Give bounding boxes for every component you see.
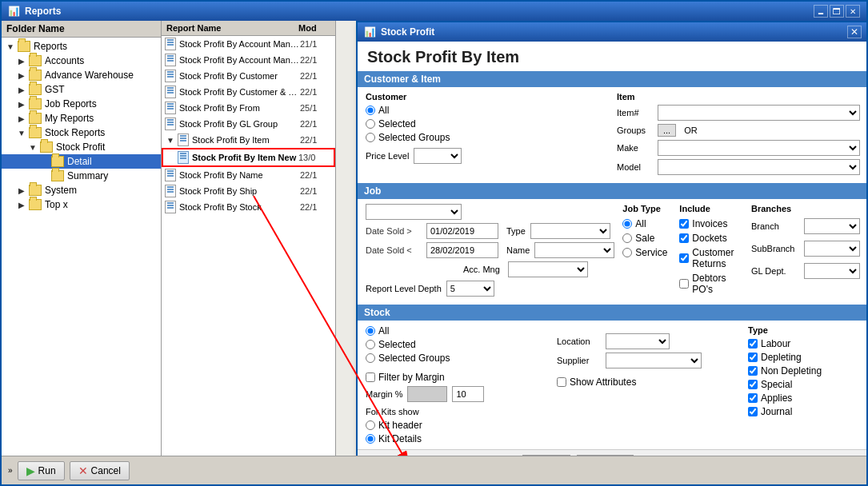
dialog-close-button[interactable]: ✕ (847, 26, 862, 38)
price-level-select[interactable] (414, 148, 462, 164)
margin-pct-input-disabled[interactable] (407, 386, 447, 402)
item-num-select[interactable] (658, 105, 860, 121)
expand-job-reports[interactable]: ▶ (16, 98, 27, 110)
folder-icon-job-reports (29, 98, 42, 110)
make-select[interactable] (658, 140, 860, 156)
job-left-col: Date Sold > Type Date Sold < Name (366, 204, 614, 300)
list-item[interactable]: Stock Profit By GL Group 22/1 (162, 116, 335, 132)
customer-radio-selected-groups[interactable]: Selected Groups (366, 132, 609, 143)
expand-stock-reports[interactable]: ▼ (16, 127, 27, 138)
tree-label-stock-reports: Stock Reports (45, 127, 105, 138)
include-dockets[interactable]: Dockets (679, 233, 739, 244)
cancel-button[interactable]: ✕ Cancel (70, 461, 130, 480)
tree-item-gst[interactable]: ▶ GST (2, 82, 161, 97)
branch-select[interactable] (804, 218, 860, 234)
run-button[interactable]: ▶ Run (18, 461, 65, 480)
list-item[interactable]: Stock Profit By Account Manager 21/1 (162, 36, 335, 52)
list-item-highlighted[interactable]: Stock Profit By Item New 13/0 (162, 148, 335, 167)
type-journal[interactable]: Journal (748, 406, 860, 417)
date-sold-gt-input[interactable] (426, 223, 498, 239)
minimize-button[interactable]: 🗕 (814, 5, 828, 18)
tree-item-stock-reports[interactable]: ▼ Stock Reports (2, 125, 161, 140)
filter-by-margin-checkbox[interactable]: Filter by Margin (366, 372, 549, 383)
folder-icon-advance-warehouse (29, 70, 42, 81)
gl-dept-select[interactable] (804, 263, 860, 279)
list-item[interactable]: Stock Profit By From 25/1 (162, 100, 335, 116)
include-invoices[interactable]: Invoices (679, 218, 739, 229)
tree-label-system: System (45, 185, 77, 196)
report-name: Stock Profit By Account Manager an... (179, 55, 300, 65)
tree-item-top-x[interactable]: ▶ Top x (2, 197, 161, 212)
kit-header-radio[interactable]: Kit header (366, 420, 549, 431)
type-non-depleting[interactable]: Non Depleting (748, 365, 860, 376)
job-type-service[interactable]: Service (622, 247, 667, 258)
type-select[interactable] (530, 223, 610, 239)
supplier-select[interactable] (606, 353, 702, 368)
report-level-select[interactable]: 5 (446, 281, 494, 297)
list-item[interactable]: Stock Profit By Ship 22/1 (162, 183, 335, 199)
branch-row: Branch (751, 218, 860, 234)
list-item[interactable]: ▼ Stock Profit By Item 22/1 (162, 132, 335, 148)
expand-reports[interactable]: ▼ (5, 41, 16, 52)
tree-item-reports[interactable]: ▼ Reports (2, 39, 161, 54)
date-sold-lt-input[interactable] (426, 242, 498, 258)
type-depleting[interactable]: Depleting (748, 352, 860, 363)
expand-stock-profit-by-item[interactable]: ▼ (165, 134, 176, 145)
expand-stock-profit[interactable]: ▼ (27, 141, 38, 153)
tree-item-job-reports[interactable]: ▶ Job Reports (2, 97, 161, 111)
ok-button[interactable]: OK (522, 455, 570, 456)
customer-radio-all[interactable]: All (366, 105, 609, 116)
tree-item-stock-profit[interactable]: ▼ Stock Profit (2, 140, 161, 154)
list-item[interactable]: Stock Profit By Customer & Report L... 2… (162, 84, 335, 100)
show-attributes-checkbox[interactable]: Show Attributes (557, 376, 740, 388)
stock-selected[interactable]: Selected (366, 339, 549, 350)
groups-dots-button[interactable]: ... (658, 124, 676, 137)
include-debtors-pos[interactable]: Debtors PO's (679, 273, 739, 295)
include-customer-returns[interactable]: Customer Returns (679, 247, 739, 269)
report-mod-new: 13/0 (298, 153, 330, 162)
filter-margin-section: Filter by Margin Margin % (366, 372, 549, 402)
kit-details-radio[interactable]: Kit Details (366, 433, 549, 444)
expand-detail (38, 156, 50, 167)
tree-label-accounts: Accounts (45, 55, 84, 66)
job-type-all[interactable]: All (622, 218, 667, 229)
tree-item-accounts[interactable]: ▶ Accounts (2, 54, 161, 68)
expand-advance-warehouse[interactable]: ▶ (16, 70, 27, 81)
expand-top-x[interactable]: ▶ (16, 199, 27, 210)
subbranch-select[interactable] (804, 241, 860, 257)
expand-gst[interactable]: ▶ (16, 84, 27, 95)
type-label: Type (506, 226, 526, 236)
tree-item-advance-warehouse[interactable]: ▶ Advance Warehouse (2, 68, 161, 82)
tree-item-detail[interactable]: Detail (2, 154, 161, 169)
tree-item-summary[interactable]: Summary (2, 169, 161, 183)
location-select[interactable] (606, 333, 670, 349)
job-type-header: Job Type (622, 204, 667, 213)
type-special[interactable]: Special (748, 379, 860, 390)
customer-radio-selected[interactable]: Selected (366, 118, 609, 129)
customer-radio-group: All Selected Selected Groups (366, 105, 609, 143)
acc-mng-select[interactable] (508, 261, 588, 277)
list-item[interactable]: Stock Profit By Customer 22/1 (162, 68, 335, 84)
job-type-sale[interactable]: Sale (622, 233, 667, 244)
dialog-cancel-button[interactable]: Cancel (577, 455, 634, 456)
margin-pct-value-input[interactable] (452, 386, 484, 402)
list-item[interactable]: Stock Profit By Stock 22/1 (162, 199, 335, 215)
expand-my-reports[interactable]: ▶ (16, 113, 27, 124)
job-dropdown[interactable] (366, 204, 462, 220)
name-select[interactable] (534, 242, 614, 258)
close-button[interactable]: ✕ (846, 5, 860, 18)
stock-selected-groups[interactable]: Selected Groups (366, 353, 549, 364)
expand-system[interactable]: ▶ (16, 185, 27, 196)
list-item[interactable]: Stock Profit By Name 22/1 (162, 167, 335, 183)
maximize-button[interactable]: 🗖 (830, 5, 844, 18)
type-applies[interactable]: Applies (748, 392, 860, 404)
type-labour[interactable]: Labour (748, 338, 860, 349)
window-body: Folder Name ▼ Reports ▶ Accounts ▶ Adva (2, 21, 866, 456)
report-name-col-header: Report Name (166, 23, 298, 33)
list-item[interactable]: Stock Profit By Account Manager an... 22… (162, 52, 335, 68)
tree-item-system[interactable]: ▶ System (2, 183, 161, 197)
stock-all[interactable]: All (366, 325, 549, 337)
expand-accounts[interactable]: ▶ (16, 55, 27, 66)
tree-item-my-reports[interactable]: ▶ My Reports (2, 111, 161, 125)
model-select[interactable] (658, 159, 860, 175)
